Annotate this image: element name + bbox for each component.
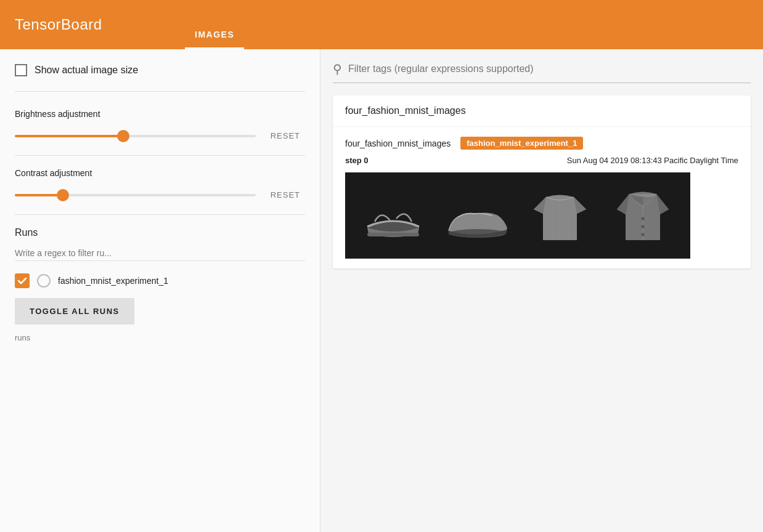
brightness-reset[interactable]: RESET xyxy=(266,129,305,143)
checkmark-icon xyxy=(17,276,27,286)
svg-point-8 xyxy=(641,225,644,228)
contrast-section: Contrast adjustment RESET xyxy=(15,156,305,215)
image-entry-meta: four_fashion_mnist_images fashion_mnist_… xyxy=(345,137,738,150)
filter-tags-input[interactable] xyxy=(348,63,751,75)
runs-footer-label: runs xyxy=(15,333,30,342)
image-size-label: Show actual image size xyxy=(35,65,138,76)
shoe-1-svg xyxy=(359,182,427,249)
runs-section: Runs fashion_mnist_experiment_1 TOGGLE A… xyxy=(15,215,305,343)
fashion-item-1 xyxy=(356,179,430,252)
brightness-thumb[interactable] xyxy=(117,130,129,142)
svg-point-9 xyxy=(641,233,644,236)
contrast-fill xyxy=(15,194,63,196)
shirt-svg xyxy=(526,182,594,249)
image-card-title: four_fashion_mnist_images xyxy=(333,95,751,127)
brightness-slider[interactable] xyxy=(15,135,256,137)
image-entry-time: Sun Aug 04 2019 08:13:43 Pacific Dayligh… xyxy=(567,156,738,165)
contrast-label: Contrast adjustment xyxy=(15,168,305,178)
fashion-item-2 xyxy=(439,179,513,252)
fashion-item-3 xyxy=(523,179,597,252)
image-entry-name: four_fashion_mnist_images xyxy=(345,139,451,148)
runs-filter-input[interactable] xyxy=(15,246,305,261)
image-card: four_fashion_mnist_images four_fashion_m… xyxy=(333,95,751,268)
run-item: fashion_mnist_experiment_1 xyxy=(15,273,305,288)
top-nav: IMAGES xyxy=(185,30,244,49)
filter-bar: ⚲ xyxy=(333,62,751,83)
nav-item-images[interactable]: IMAGES xyxy=(185,30,244,49)
shoe-2-svg xyxy=(443,182,510,249)
brightness-row: RESET xyxy=(15,129,305,143)
svg-point-7 xyxy=(641,217,644,220)
jacket-svg xyxy=(609,182,677,249)
contrast-thumb[interactable] xyxy=(57,189,69,201)
run-name: fashion_mnist_experiment_1 xyxy=(58,275,168,286)
app-title: TensorBoard xyxy=(15,16,102,33)
brightness-fill xyxy=(15,135,123,137)
image-size-row: Show actual image size xyxy=(15,64,305,76)
run-checkbox[interactable] xyxy=(15,273,30,288)
toggle-all-runs-button[interactable]: TOGGLE ALL RUNS xyxy=(15,298,134,324)
run-color-dot[interactable] xyxy=(37,274,51,288)
step-time-row: step 0 Sun Aug 04 2019 08:13:43 Pacific … xyxy=(345,156,738,165)
image-entry: four_fashion_mnist_images fashion_mnist_… xyxy=(333,127,751,268)
sidebar: Show actual image size Brightness adjust… xyxy=(0,49,320,532)
svg-rect-2 xyxy=(367,233,419,236)
fashion-images xyxy=(345,172,690,259)
contrast-row: RESET xyxy=(15,188,305,202)
svg-rect-0 xyxy=(359,182,427,249)
image-size-checkbox[interactable] xyxy=(15,64,27,76)
brightness-label: Brightness adjustment xyxy=(15,109,305,119)
fashion-item-4 xyxy=(606,179,680,252)
runs-title: Runs xyxy=(15,227,305,238)
header: TensorBoard IMAGES xyxy=(0,0,763,49)
content-area: ⚲ four_fashion_mnist_images four_fashion… xyxy=(320,49,763,532)
main-layout: Show actual image size Brightness adjust… xyxy=(0,49,763,532)
image-entry-step: step 0 xyxy=(345,156,369,165)
brightness-section: Brightness adjustment RESET xyxy=(15,97,305,156)
search-icon: ⚲ xyxy=(333,62,342,76)
contrast-slider[interactable] xyxy=(15,194,256,196)
divider-1 xyxy=(15,91,305,92)
experiment-badge: fashion_mnist_experiment_1 xyxy=(460,137,583,150)
contrast-reset[interactable]: RESET xyxy=(266,188,305,202)
